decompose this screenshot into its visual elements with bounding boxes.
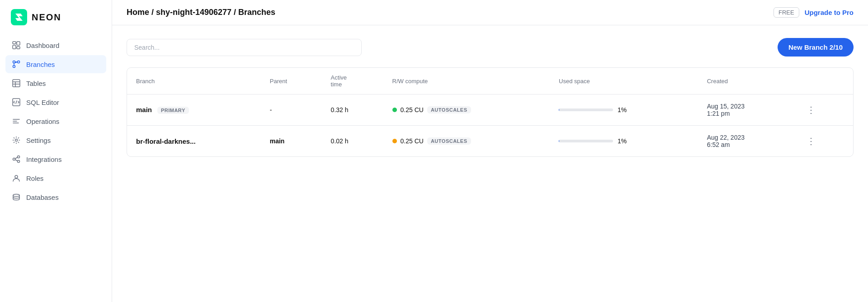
sidebar: NEON Dashboard: [0, 0, 112, 302]
svg-line-21: [15, 157, 18, 159]
sidebar-item-databases[interactable]: Databases: [5, 188, 106, 206]
svg-point-6: [18, 61, 20, 63]
compute-value: 0.25 CU: [401, 137, 424, 145]
autoscales-badge: AUTOSCALES: [427, 137, 471, 145]
svg-line-13: [16, 101, 17, 104]
branches-table-container: Branch Parent Activetime R/W compute Use…: [127, 67, 854, 157]
tables-icon: [12, 79, 21, 88]
col-rw-compute: R/W compute: [383, 68, 550, 94]
new-branch-button[interactable]: New Branch 2/10: [778, 38, 854, 57]
svg-rect-8: [13, 80, 20, 87]
branch-actions-cell: ⋮: [794, 94, 853, 126]
sidebar-nav: Dashboard Branches: [0, 36, 112, 206]
neon-logo-icon: [11, 9, 27, 25]
progress-bar-bg: [559, 140, 613, 142]
sidebar-item-tables-label: Tables: [26, 80, 46, 87]
branches-icon: [12, 60, 21, 69]
compute-value: 0.25 CU: [401, 106, 424, 113]
sidebar-item-roles[interactable]: Roles: [5, 169, 106, 187]
branch-used-space-cell: 1%: [550, 126, 698, 157]
svg-point-19: [18, 156, 20, 158]
topbar-right: FREE Upgrade to Pro: [774, 7, 854, 18]
sidebar-item-databases-label: Databases: [26, 193, 59, 201]
compute-status-dot: [392, 139, 397, 143]
col-created: Created: [698, 68, 794, 94]
sidebar-item-dashboard[interactable]: Dashboard: [5, 36, 106, 54]
branch-used-space-cell: 1%: [550, 94, 698, 126]
progress-bar-fill: [559, 140, 559, 142]
branch-created-cell: Aug 22, 20236:52 am: [698, 126, 794, 157]
svg-rect-1: [13, 42, 16, 44]
col-used-space: Used space: [550, 68, 698, 94]
page-content: New Branch 2/10 Branch Parent Activetime…: [112, 25, 868, 302]
more-options-button[interactable]: ⋮: [803, 134, 819, 148]
sql-editor-icon: [12, 98, 21, 107]
free-badge: FREE: [774, 7, 799, 18]
svg-point-7: [13, 66, 15, 68]
svg-point-17: [15, 139, 18, 142]
topbar: Home / shy-night-14906277 / Branches FRE…: [112, 0, 868, 25]
col-branch: Branch: [127, 68, 261, 94]
table-row: main PRIMARY - 0.32 h 0.25 CU AUTOSCALES: [127, 94, 853, 126]
branch-created-cell: Aug 15, 20231:21 pm: [698, 94, 794, 126]
branch-name: br-floral-darknes...: [136, 137, 196, 145]
autoscales-badge: AUTOSCALES: [427, 106, 471, 113]
compute-status-dot: [392, 108, 397, 112]
breadcrumb: Home / shy-night-14906277 / Branches: [127, 8, 275, 17]
svg-rect-3: [17, 42, 20, 45]
settings-icon: [12, 136, 21, 145]
sidebar-item-operations[interactable]: Operations: [5, 112, 106, 130]
sidebar-item-branches[interactable]: Branches: [5, 55, 106, 73]
sidebar-item-sql-editor-label: SQL Editor: [26, 99, 59, 106]
created-date: Aug 22, 20236:52 am: [707, 134, 745, 148]
branch-active-time-cell: 0.02 h: [322, 126, 383, 157]
used-space-label: 1%: [618, 137, 627, 145]
sidebar-item-integrations[interactable]: Integrations: [5, 150, 106, 168]
created-date: Aug 15, 20231:21 pm: [707, 103, 745, 117]
primary-badge: PRIMARY: [157, 107, 189, 114]
search-input[interactable]: [127, 39, 362, 56]
used-space-label: 1%: [618, 106, 627, 113]
branch-parent-cell: main: [261, 126, 322, 157]
branches-table: Branch Parent Activetime R/W compute Use…: [127, 68, 853, 156]
branch-compute-cell: 0.25 CU AUTOSCALES: [383, 94, 550, 126]
sidebar-item-settings-label: Settings: [26, 137, 51, 144]
sidebar-item-roles-label: Roles: [26, 175, 43, 182]
branch-name-cell: main PRIMARY: [127, 94, 261, 126]
col-parent: Parent: [261, 68, 322, 94]
roles-icon: [12, 174, 21, 183]
integrations-icon: [12, 155, 21, 164]
svg-point-23: [15, 175, 18, 178]
col-actions: [794, 68, 853, 94]
sidebar-item-integrations-label: Integrations: [26, 156, 61, 163]
table-header-row: Branch Parent Activetime R/W compute Use…: [127, 68, 853, 94]
sidebar-item-tables[interactable]: Tables: [5, 74, 106, 92]
svg-point-5: [13, 61, 15, 63]
svg-line-22: [15, 160, 18, 161]
toolbar: New Branch 2/10: [127, 38, 854, 57]
progress-bar-fill: [559, 109, 559, 111]
more-options-button[interactable]: ⋮: [803, 103, 819, 117]
branch-actions-cell: ⋮: [794, 126, 853, 157]
branch-parent-cell: -: [261, 94, 322, 126]
sidebar-item-branches-label: Branches: [26, 61, 55, 68]
dashboard-icon: [12, 41, 21, 50]
branch-compute-cell: 0.25 CU AUTOSCALES: [383, 126, 550, 157]
logo: NEON: [0, 0, 112, 36]
svg-rect-4: [17, 47, 20, 49]
sidebar-item-sql-editor[interactable]: SQL Editor: [5, 93, 106, 111]
svg-point-20: [18, 160, 20, 163]
branch-active-time-cell: 0.32 h: [322, 94, 383, 126]
branch-name: main: [136, 106, 152, 113]
table-row: br-floral-darknes... main 0.02 h 0.25 CU…: [127, 126, 853, 157]
upgrade-to-pro-link[interactable]: Upgrade to Pro: [805, 9, 854, 16]
main-content: Home / shy-night-14906277 / Branches FRE…: [112, 0, 868, 302]
branch-name-cell: br-floral-darknes...: [127, 126, 261, 157]
logo-text: NEON: [32, 12, 61, 23]
svg-rect-2: [13, 45, 16, 49]
sidebar-item-settings[interactable]: Settings: [5, 131, 106, 149]
svg-point-18: [13, 158, 15, 160]
databases-icon: [12, 193, 21, 202]
progress-bar-bg: [559, 109, 613, 111]
col-active-time: Activetime: [322, 68, 383, 94]
